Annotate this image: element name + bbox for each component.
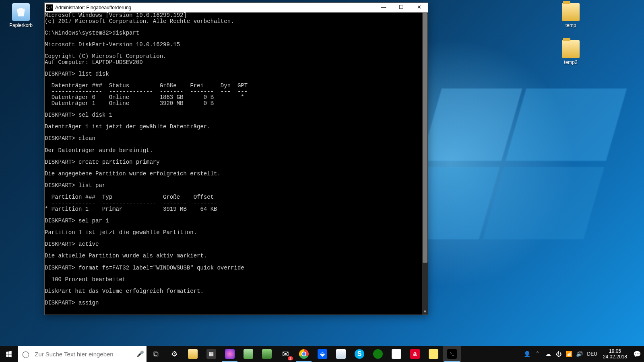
taskbar-app-paint3d[interactable] [221, 346, 239, 362]
maximize-button[interactable]: ☐ [392, 3, 410, 12]
folder-icon [562, 40, 580, 58]
tray-date: 24.02.2018 [603, 354, 627, 360]
scrollbar-thumb[interactable] [423, 13, 427, 263]
search-icon: ◯ [18, 350, 34, 358]
action-center-icon[interactable]: 💬 [630, 350, 644, 358]
command-prompt-window: C:\ Administrator: Eingabeaufforderung —… [44, 2, 428, 315]
taskbar-app-calculator[interactable]: ▦ [202, 346, 221, 362]
taskbar-search[interactable]: ◯ 🎤 [18, 346, 147, 362]
window-titlebar[interactable]: C:\ Administrator: Eingabeaufforderung —… [45, 3, 428, 12]
taskbar-app-dropbox[interactable]: ⬙ [313, 346, 332, 362]
mail-badge: 2 [288, 356, 293, 360]
taskbar-app-stickynotes[interactable] [424, 346, 443, 362]
taskbar: ◯ 🎤 ⧉ ⚙ ▦ ✉ 2 ⬙ S a >_ 👤 ˄ ☁ ⏻ 📶 🔊 DEU 1… [0, 346, 644, 362]
recycle-bin-icon [12, 3, 30, 21]
scrollbar[interactable]: ▲ ▼ [422, 12, 428, 315]
taskbar-app-mail[interactable]: ✉ 2 [276, 346, 295, 362]
taskbar-app-settings[interactable]: ⚙ [165, 346, 184, 362]
taskbar-app-explorer[interactable] [184, 346, 202, 362]
window-title: Administrator: Eingabeaufforderung [55, 5, 131, 10]
folder-label: temp2 [555, 60, 586, 65]
taskbar-app-chrome[interactable] [295, 346, 313, 362]
taskbar-app-avira[interactable]: a [406, 346, 424, 362]
tray-power-icon[interactable]: ⏻ [553, 351, 564, 357]
close-button[interactable]: ✕ [410, 3, 428, 12]
taskbar-app-notepadpp[interactable] [239, 346, 258, 362]
cmd-icon: C:\ [46, 4, 53, 11]
system-tray: 👤 ˄ ☁ ⏻ 📶 🔊 DEU 19:05 24.02.2018 💬 [522, 346, 644, 362]
tray-people-icon[interactable]: 👤 [522, 351, 533, 357]
minimize-button[interactable]: — [375, 3, 392, 12]
tray-language[interactable]: DEU [585, 351, 600, 357]
taskbar-app-skype[interactable]: S [350, 346, 369, 362]
folder-icon [562, 3, 580, 21]
taskbar-app-files[interactable] [258, 346, 276, 362]
taskbar-app-cmd[interactable]: >_ [443, 346, 461, 362]
microphone-icon[interactable]: 🎤 [134, 350, 147, 358]
windows-logo-icon [5, 350, 12, 358]
terminal-output[interactable]: Microsoft Windows [Version 10.0.16299.19… [45, 12, 422, 315]
taskbar-app-xbox[interactable] [369, 346, 387, 362]
tray-wifi-icon[interactable]: 📶 [564, 351, 574, 357]
start-button[interactable] [0, 346, 18, 362]
tray-volume-icon[interactable]: 🔊 [574, 351, 585, 357]
search-input[interactable] [34, 346, 134, 362]
taskbar-app-onedrive[interactable] [332, 346, 350, 362]
folder-label: temp [555, 23, 586, 28]
scroll-down-icon[interactable]: ▼ [422, 309, 428, 315]
taskbar-app-store[interactable] [387, 346, 406, 362]
task-view-button[interactable]: ⧉ [147, 346, 165, 362]
recycle-bin[interactable]: Papierkorb [6, 3, 36, 28]
tray-chevron-up-icon[interactable]: ˄ [533, 351, 543, 357]
desktop-folder-temp2[interactable]: temp2 [555, 40, 586, 65]
tray-cloud-icon[interactable]: ☁ [543, 351, 553, 357]
desktop-folder-temp[interactable]: temp [555, 3, 586, 28]
recycle-bin-label: Papierkorb [6, 23, 36, 28]
tray-time: 19:05 [603, 348, 627, 354]
tray-clock[interactable]: 19:05 24.02.2018 [600, 348, 630, 360]
